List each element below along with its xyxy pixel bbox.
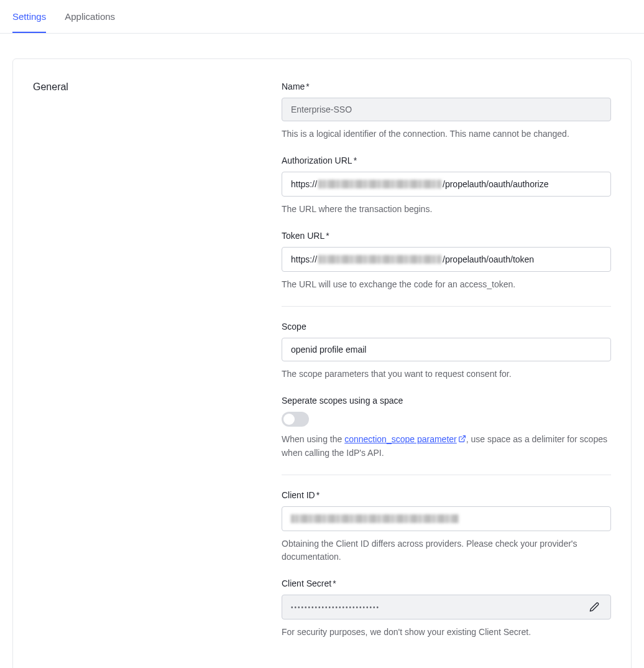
input-auth-url[interactable]: https:// /propelauth/oauth/authorize (282, 172, 611, 197)
field-client-secret: Client Secret* •••••••••••••••••••••••••… (282, 578, 611, 639)
field-scope: Scope The scope parameters that you want… (282, 322, 611, 381)
redacted-host (318, 255, 441, 264)
label-token-url: Token URL* (282, 231, 611, 241)
pencil-icon (589, 602, 599, 612)
field-token-url: Token URL* https:// /propelauth/oauth/to… (282, 231, 611, 291)
tab-settings[interactable]: Settings (12, 0, 46, 33)
help-auth-url: The URL where the transaction begins. (282, 203, 611, 216)
input-client-secret: •••••••••••••••••••••••••• (282, 595, 611, 619)
link-connection-scope[interactable]: connection_scope parameter (344, 434, 466, 444)
toggle-separate-scopes[interactable] (282, 412, 309, 427)
label-scope: Scope (282, 322, 611, 332)
label-client-secret: Client Secret* (282, 578, 611, 588)
field-separate-scopes: Seperate scopes using a space When using… (282, 396, 611, 460)
input-client-id[interactable] (282, 506, 611, 531)
help-client-id: Obtaining the Client ID differs across p… (282, 537, 611, 564)
redacted-client-id (291, 514, 459, 523)
input-scope[interactable] (282, 338, 611, 361)
toggle-knob (283, 414, 295, 425)
svg-line-0 (461, 436, 465, 440)
help-separate-scopes: When using the connection_scope paramete… (282, 433, 611, 460)
external-link-icon (458, 434, 466, 447)
redacted-host (318, 180, 441, 188)
label-auth-url: Authorization URL* (282, 155, 611, 165)
tab-applications[interactable]: Applications (65, 0, 115, 33)
tabs-bar: Settings Applications (0, 0, 644, 34)
field-auth-url: Authorization URL* https:// /propelauth/… (282, 155, 611, 216)
help-token-url: The URL will use to exchange the code fo… (282, 278, 611, 291)
field-name: Name* This is a logical identifier of th… (282, 81, 611, 141)
help-scope: The scope parameters that you want to re… (282, 368, 611, 381)
secret-dots: •••••••••••••••••••••••••• (291, 604, 380, 611)
help-client-secret: For security purposes, we don't show you… (282, 626, 611, 639)
label-name: Name* (282, 81, 611, 91)
input-name (282, 98, 611, 121)
edit-secret-button[interactable] (587, 600, 602, 615)
label-separate-scopes: Seperate scopes using a space (282, 396, 611, 406)
field-client-id: Client ID* Obtaining the Client ID diffe… (282, 490, 611, 564)
help-name: This is a logical identifier of the conn… (282, 128, 611, 141)
divider (282, 306, 611, 307)
section-title: General (33, 81, 257, 654)
input-token-url[interactable]: https:// /propelauth/oauth/token (282, 247, 611, 272)
divider (282, 475, 611, 475)
label-client-id: Client ID* (282, 490, 611, 500)
settings-card: General Name* This is a logical identifi… (12, 58, 632, 668)
